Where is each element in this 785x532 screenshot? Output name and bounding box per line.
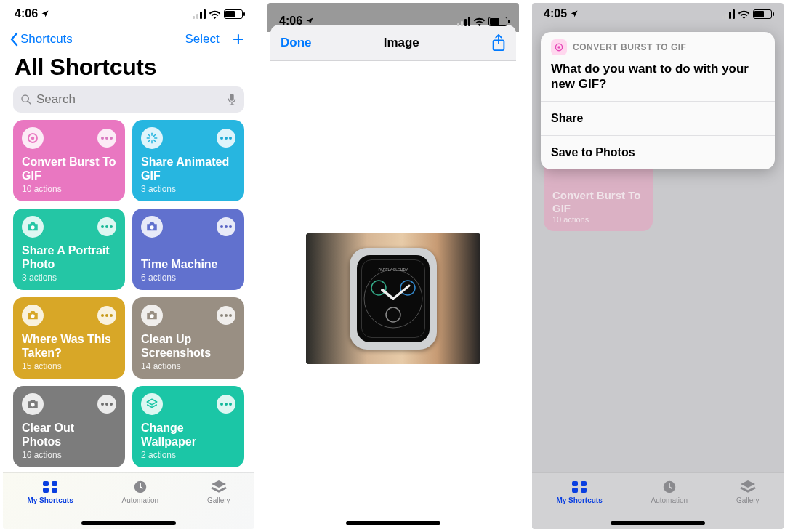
camera-icon <box>22 305 44 326</box>
tab-gallery[interactable]: Gallery <box>207 479 230 504</box>
svg-point-17 <box>31 403 34 406</box>
tile-subtitle: 10 actions <box>22 184 116 194</box>
background-tile-convert-burst: Convert Burst To GIF 10 actions <box>544 158 653 231</box>
shortcut-tile-share-animated-gif[interactable]: Share Animated GIF 3 actions <box>132 120 244 201</box>
home-indicator[interactable] <box>81 521 176 525</box>
shortcut-tile-clear-out-photos[interactable]: Clear Out Photos 16 actions <box>13 386 125 467</box>
tile-title: Change Wallpaper <box>141 421 236 448</box>
camera-icon <box>141 305 163 326</box>
option-save-to-photos[interactable]: Save to Photos <box>541 135 775 169</box>
svg-rect-2 <box>230 94 233 101</box>
tab-gallery[interactable]: Gallery <box>736 479 760 504</box>
tab-label: Gallery <box>736 496 760 504</box>
tab-automation[interactable]: Automation <box>651 479 688 504</box>
tile-more-button[interactable] <box>97 395 116 414</box>
dictate-icon[interactable] <box>227 93 237 106</box>
home-indicator[interactable] <box>346 521 440 525</box>
svg-rect-19 <box>52 481 57 486</box>
search-field[interactable] <box>13 86 244 113</box>
nav-bar: Shortcuts Select + <box>3 25 254 52</box>
shortcut-tile-convert-burst[interactable]: Convert Burst To GIF 10 actions <box>13 120 125 201</box>
shortcut-tile-change-wallpaper[interactable]: Change Wallpaper 2 actions <box>132 386 244 467</box>
ghost-tile-subtitle: 10 actions <box>552 215 644 224</box>
svg-rect-35 <box>572 488 578 493</box>
svg-point-24 <box>364 270 422 328</box>
battery-icon <box>488 17 507 26</box>
svg-point-4 <box>31 137 35 140</box>
location-icon <box>41 9 49 18</box>
share-button[interactable] <box>491 34 506 52</box>
svg-point-15 <box>31 314 34 318</box>
back-label: Shortcuts <box>20 32 73 47</box>
done-button[interactable]: Done <box>281 36 312 50</box>
svg-point-32 <box>557 46 560 49</box>
search-icon <box>20 94 32 105</box>
tab-my-shortcuts[interactable]: My Shortcuts <box>27 479 73 504</box>
svg-rect-34 <box>581 481 587 486</box>
tile-more-button[interactable] <box>217 306 236 325</box>
sparkle-icon <box>141 127 163 149</box>
card-app-title: CONVERT BURST TO GIF <box>573 42 686 52</box>
back-button[interactable]: Shortcuts <box>9 32 73 47</box>
tab-label: Automation <box>651 496 688 504</box>
tile-subtitle: 16 actions <box>22 450 116 460</box>
cell-signal-icon <box>457 17 470 26</box>
option-share[interactable]: Share <box>541 101 775 135</box>
shortcut-tile-clean-up-screenshots[interactable]: Clean Up Screenshots 14 actions <box>132 297 244 379</box>
select-button[interactable]: Select <box>185 32 219 47</box>
svg-rect-18 <box>43 481 49 486</box>
tile-more-button[interactable] <box>217 395 236 414</box>
camera-icon <box>22 393 44 415</box>
tile-title: Convert Burst To GIF <box>22 155 116 182</box>
phone-screen-action-sheet: 4:05 Convert Burst To GIF 10 actions CON… <box>532 3 784 529</box>
svg-line-1 <box>28 101 31 104</box>
svg-line-9 <box>149 135 150 137</box>
shortcut-tile-time-machine[interactable]: Time Machine 6 actions <box>132 209 244 290</box>
chevron-left-icon <box>9 32 19 47</box>
tab-automation[interactable]: Automation <box>122 479 159 504</box>
tab-label: My Shortcuts <box>27 496 73 504</box>
tile-more-button[interactable] <box>97 217 116 236</box>
phone-screen-image-preview: 4:06 Done Image <box>267 3 519 529</box>
tile-more-button[interactable] <box>217 217 236 236</box>
tab-my-shortcuts[interactable]: My Shortcuts <box>556 479 602 504</box>
svg-point-14 <box>150 225 153 229</box>
tile-subtitle: 2 actions <box>141 450 236 460</box>
svg-text:PARTLY CLOUDY: PARTLY CLOUDY <box>379 267 408 272</box>
wifi-icon <box>473 17 486 26</box>
add-button[interactable]: + <box>233 29 244 49</box>
layers-icon <box>141 393 163 415</box>
action-card: CONVERT BURST TO GIF What do you want to… <box>541 32 775 169</box>
tile-subtitle: 3 actions <box>22 273 116 283</box>
status-bar: 4:06 <box>267 10 519 32</box>
preview-image[interactable]: PARTLY CLOUDY <box>306 233 480 364</box>
status-time: 4:06 <box>15 7 38 20</box>
tile-more-button[interactable] <box>97 306 116 325</box>
svg-rect-36 <box>581 488 587 493</box>
tile-title: Share A Portrait Photo <box>22 243 116 271</box>
home-indicator[interactable] <box>611 521 705 525</box>
shortcut-app-icon <box>551 39 567 55</box>
svg-point-16 <box>150 314 153 318</box>
search-input[interactable] <box>36 92 222 107</box>
tile-title: Time Machine <box>141 257 236 271</box>
camera-icon <box>141 216 163 238</box>
shortcut-tile-share-portrait[interactable]: Share A Portrait Photo 3 actions <box>13 209 125 290</box>
cell-signal-icon <box>193 9 206 19</box>
shortcut-tile-where-was-this-taken[interactable]: Where Was This Taken? 15 actions <box>13 297 125 379</box>
tab-label: Gallery <box>207 496 230 504</box>
svg-rect-33 <box>572 481 578 486</box>
stack-icon <box>209 479 228 495</box>
wifi-icon <box>738 9 750 19</box>
cell-signal-icon <box>722 9 735 19</box>
wifi-icon <box>209 9 221 19</box>
tab-label: Automation <box>122 496 159 504</box>
tile-subtitle: 3 actions <box>141 184 236 194</box>
svg-point-26 <box>400 281 415 295</box>
svg-point-13 <box>31 225 34 229</box>
tile-more-button[interactable] <box>97 129 116 148</box>
tile-more-button[interactable] <box>217 129 236 148</box>
tile-title: Clear Out Photos <box>22 421 116 448</box>
sheet-title: Image <box>384 36 419 50</box>
svg-line-11 <box>149 140 150 142</box>
